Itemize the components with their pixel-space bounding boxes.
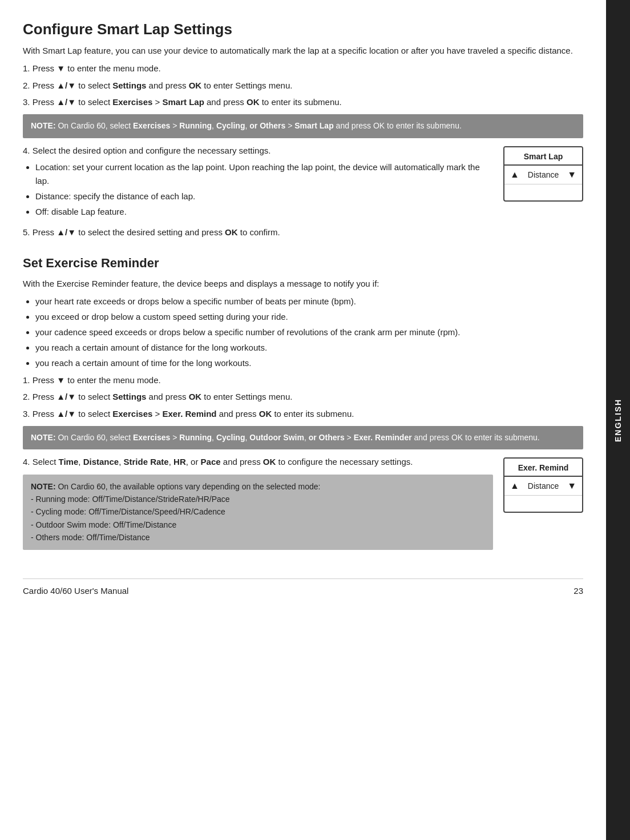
step2-3: 3. Press ▲/▼ to select Exercises > Exer.… (23, 407, 583, 420)
device2-arrow-up: ▲ (510, 481, 519, 491)
sidebar-english: ENGLISH (606, 0, 630, 840)
footer: Cardio 40/60 User's Manual 23 (23, 578, 583, 596)
bullet2-5: you reach a certain amount of time for t… (35, 356, 583, 370)
device-mockup-2: Exer. Remind ▲ Distance ▼ (503, 457, 583, 513)
section1-step4-area: 4. Select the desired option and configu… (23, 144, 583, 222)
bullet2-3: your cadence speed exceeds or drops belo… (35, 325, 583, 339)
note-box-1: NOTE: On Cardio 60, select Exercises > R… (23, 114, 583, 138)
device1-arrow-down: ▼ (567, 170, 576, 180)
step1-4-intro: 4. Select the desired option and configu… (23, 144, 493, 157)
note2-prefix: NOTE: (31, 433, 56, 442)
device2-arrow-down: ▼ (567, 481, 576, 491)
sidebar-label: ENGLISH (613, 398, 623, 441)
device2-empty-row (504, 496, 582, 512)
device2-row1-label: Distance (528, 481, 559, 491)
footer-manual: Cardio 40/60 User's Manual (23, 586, 128, 596)
main-content: Configure Smart Lap Settings With Smart … (0, 0, 606, 840)
step1-5: 5. Press ▲/▼ to select the desired setti… (23, 226, 583, 239)
step1-1: 1. Press ▼ to enter the menu mode. (23, 62, 583, 75)
section2-step4-area: 4. Select Time, Distance, Stride Rate, H… (23, 455, 583, 555)
section2-title: Set Exercise Reminder (23, 256, 583, 271)
device2-row1: ▲ Distance ▼ (504, 477, 582, 496)
device1-header: Smart Lap (504, 147, 582, 166)
device2-header: Exer. Remind (504, 459, 582, 477)
device1-empty-row (504, 184, 582, 200)
bullet1-1: Location: set your current location as t… (35, 160, 493, 188)
bullet2-1: your heart rate exceeds or drops below a… (35, 295, 583, 308)
note3-prefix: NOTE: (31, 482, 56, 491)
note-box-3: NOTE: On Cardio 60, the available option… (23, 475, 493, 550)
step1-2: 2. Press ▲/▼ to select Settings and pres… (23, 79, 583, 92)
device1-row1-label: Distance (528, 170, 559, 179)
step2-1: 1. Press ▼ to enter the menu mode. (23, 373, 583, 387)
bullet1-2: Distance: specify the distance of each l… (35, 190, 493, 203)
footer-page: 23 (574, 586, 583, 596)
note-box-2: NOTE: On Cardio 60, select Exercises > R… (23, 426, 583, 450)
device1-arrow-up: ▲ (510, 170, 519, 180)
section2-bullets: your heart rate exceeds or drops below a… (35, 295, 583, 370)
section1-intro: With Smart Lap feature, you can use your… (23, 44, 583, 57)
section2-intro: With the Exercise Reminder feature, the … (23, 277, 583, 290)
section1-title: Configure Smart Lap Settings (23, 21, 583, 38)
section2-step4-text: 4. Select Time, Distance, Stride Rate, H… (23, 455, 493, 555)
bullet1-3: Off: disable Lap feature. (35, 205, 493, 219)
bullet2-4: you reach a certain amount of distance f… (35, 341, 583, 355)
step2-2: 2. Press ▲/▼ to select Settings and pres… (23, 390, 583, 403)
section1-bullets: Location: set your current location as t… (35, 160, 493, 219)
device1-row1: ▲ Distance ▼ (504, 166, 582, 184)
bullet2-2: you exceed or drop below a custom speed … (35, 310, 583, 324)
section1-step4-text: 4. Select the desired option and configu… (23, 144, 493, 222)
note1-prefix: NOTE: (31, 121, 56, 130)
step2-4-intro: 4. Select Time, Distance, Stride Rate, H… (23, 455, 493, 468)
step1-3: 3. Press ▲/▼ to select Exercises > Smart… (23, 95, 583, 108)
device-mockup-1: Smart Lap ▲ Distance ▼ (503, 146, 583, 202)
